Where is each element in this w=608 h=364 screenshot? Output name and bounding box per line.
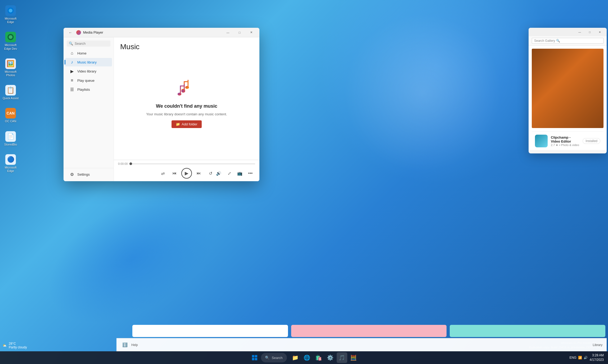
page-title: Music [114,37,259,55]
watermark-line1: Windows 11 Pro Insider Preview [529,341,603,345]
bg-window-toolbar: Search Gallery 🔍 [529,36,607,46]
sidebar-item-music-library[interactable]: ♪ Music library [65,58,112,66]
svg-point-0 [77,31,80,34]
weather-condition: Partly cloudy [9,345,27,349]
more-options-button[interactable]: ••• [246,169,255,178]
add-folder-button[interactable]: 📁 Add folder [172,120,201,128]
mini-player-button[interactable]: ⤢ [224,169,234,178]
taskbar-search-box[interactable]: 🔍 Search [261,353,287,362]
svg-rect-11 [252,355,254,357]
taskbar-search-label: Search [272,356,282,360]
shuffle-button[interactable]: ⇄ [158,169,168,178]
taskbar-settings[interactable]: ⚙️ [325,352,336,363]
desktop-icon-photos-label: MicrosoftPhotos [5,70,17,77]
desktop-icon-edge[interactable]: MicrosoftEdge [3,5,19,24]
desktop-icon-can[interactable]: CAN OC CAN [3,108,19,123]
app-icon [76,30,81,35]
store-app-rating: 2.7 ★ • Photo & video [551,143,579,147]
window-titlebar: ← Media Player — □ ✕ [64,28,259,37]
bar-icon-help[interactable]: ℹ️ [121,341,129,349]
weather-temp: 28°C [9,342,27,345]
titlebar-back-button[interactable]: ← [67,29,74,36]
settings-icon: ⚙ [69,172,75,177]
desktop-icon-misc[interactable]: 🔵 MicrosoftEdge [3,154,19,173]
taskbar: 🔍 Search 📁 🌐 🛍️ ⚙️ 🎵 🧮 ENG 📶 🔊 3: [0,351,608,364]
bar-label-help: Help [131,343,138,347]
sidebar-item-play-queue[interactable]: ≡ Play queue [65,76,112,85]
controls-row: ⇄ ⏮ ▶ ⏭ ↺ 🔊 ⤢ 📺 ••• [118,166,255,181]
taskbar-search-icon: 🔍 [265,356,269,360]
desktop-icon-quick-assist[interactable]: 📋 Quick Assist [3,85,19,100]
add-folder-icon: 📁 [176,122,180,126]
playlists-icon: ☰ [69,87,75,92]
empty-state-title: We couldn't find any music [156,103,217,109]
wallpaper-decoration-3 [26,166,239,350]
bg-minimize-button[interactable]: — [575,28,584,36]
gallery-search-box[interactable]: Search Gallery 🔍 [532,38,604,44]
weather-info: 28°C Partly cloudy [9,342,27,349]
store-app-icon [535,135,548,147]
store-app-item: Clipchamp - Video Editor 2.7 ★ • Photo &… [532,131,604,150]
windows-watermark: Windows 11 Pro Insider Preview Evaluatio… [529,341,603,349]
progress-bar[interactable] [130,163,255,164]
close-button[interactable]: ✕ [245,28,257,37]
installed-badge: Installed [583,138,600,144]
taskbar-clock[interactable]: 3:28 AM 4/17/2023 [590,353,604,362]
card-teal [450,325,605,337]
taskbar-calculator[interactable]: 🧮 [348,352,359,363]
desktop-icon-edge-label: MicrosoftEdge [5,17,17,24]
progress-fill [130,163,131,164]
music-note-icon [175,76,199,100]
svg-rect-3 [184,81,188,82]
svg-point-5 [185,86,189,89]
desktop-icon-edge-dev[interactable]: MicrosoftEdge Dev [3,32,19,50]
player-bar: 0:00:00 ⇄ ⏮ ▶ ⏭ ↺ 🔊 ⤢ [114,160,259,181]
desktop-icon-photos[interactable]: 🖼️ MicrosoftPhotos [3,58,19,77]
gallery-image [532,49,604,128]
next-button[interactable]: ⏭ [194,169,204,178]
sidebar-item-playlists-label: Playlists [77,88,90,92]
cast-button[interactable]: 📺 [235,169,245,178]
empty-state: We couldn't find any music Your music li… [114,55,259,160]
clock-time: 3:28 AM [590,353,604,358]
bg-maximize-button[interactable]: □ [585,28,595,36]
sidebar-search-input[interactable] [75,42,119,46]
window-controls: — □ ✕ [222,28,256,37]
sidebar-item-home[interactable]: ⌂ Home [65,49,112,57]
gallery-content-area [532,49,604,128]
weather-icon: ⛅ [3,344,7,347]
taskbar-edge[interactable]: 🌐 [302,352,312,363]
desktop-icon-can-label: OC CAN [5,120,16,123]
add-folder-label: Add folder [182,122,197,126]
video-library-icon: ▶ [69,69,75,74]
play-button[interactable]: ▶ [181,168,192,179]
taskbar-file-explorer[interactable]: 📁 [290,352,301,363]
progress-dot [129,162,132,165]
window-body: 🔍 ⌂ Home ♪ Music library ▶ Video library… [64,37,259,181]
sidebar-bottom: ⚙ Settings [64,168,114,179]
maximize-button[interactable]: □ [233,28,246,37]
previous-button[interactable]: ⏮ [170,169,179,178]
play-queue-icon: ≡ [69,78,75,83]
weather-widget[interactable]: ⛅ 28°C Partly cloudy [3,342,27,349]
svg-point-9 [178,93,181,95]
sidebar-item-video-library[interactable]: ▶ Video library [65,67,112,76]
clock-date: 4/17/2023 [590,358,604,362]
bg-window-body: Clipchamp - Video Editor 2.7 ★ • Photo &… [529,46,607,150]
minimize-button[interactable]: — [222,28,234,37]
sidebar-item-play-queue-label: Play queue [77,79,94,83]
taskbar-media-player[interactable]: 🎵 [337,352,347,363]
taskbar-right: ENG 📶 🔊 3:28 AM 4/17/2023 [570,353,604,362]
current-time: 0:00:00 [118,162,128,165]
desktop-icons-area: MicrosoftEdge MicrosoftEdge Dev 🖼️ Micro… [0,0,21,178]
taskbar-start-button[interactable] [249,352,260,363]
sidebar-item-playlists[interactable]: ☰ Playlists [65,85,112,94]
sidebar-item-home-label: Home [77,51,87,55]
taskbar-center: 🔍 Search 📁 🌐 🛍️ ⚙️ 🎵 🧮 [249,352,359,363]
taskbar-store[interactable]: 🛍️ [313,352,324,363]
sidebar-item-settings[interactable]: ⚙ Settings [65,170,112,179]
svg-point-10 [181,90,185,93]
desktop-icon-storedbio[interactable]: 📄 StoredBio [3,131,19,146]
bg-close-button[interactable]: ✕ [595,28,605,36]
volume-button[interactable]: 🔊 [214,169,223,178]
